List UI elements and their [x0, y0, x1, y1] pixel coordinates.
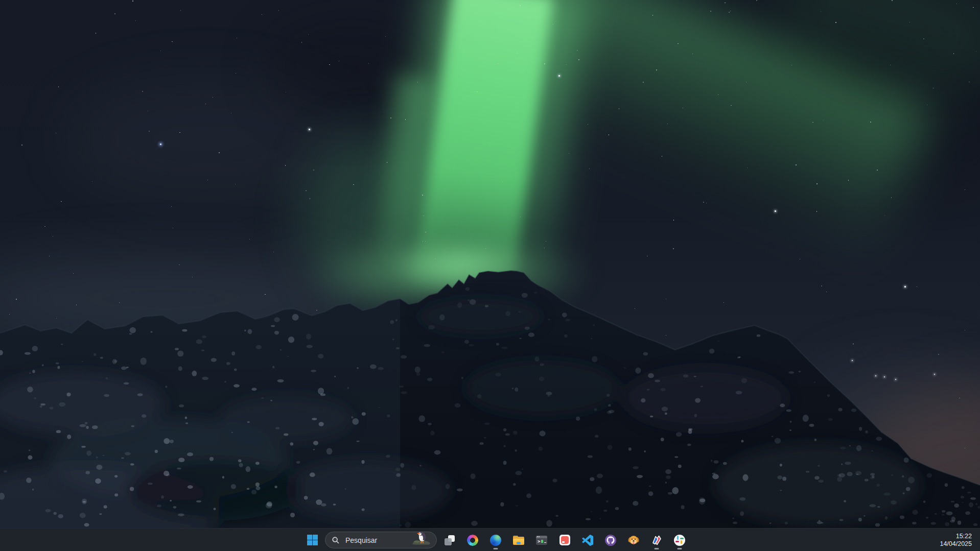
github-icon — [605, 535, 616, 546]
taskbar-app-slack[interactable] — [669, 530, 690, 550]
copilot-icon — [467, 535, 478, 546]
task-view-icon — [444, 535, 455, 546]
pinned-apps: > — [439, 530, 690, 550]
running-indicator — [494, 548, 498, 549]
search-box[interactable] — [325, 532, 437, 548]
taskbar-center-group: > — [302, 529, 690, 551]
search-icon — [332, 536, 340, 544]
clock-time: 15:22 — [956, 533, 972, 540]
taskbar-app-terminal[interactable]: > — [531, 530, 552, 550]
taskbar: > 15:22 14/04/2025 — [0, 528, 980, 551]
taskbar-app-vscode[interactable] — [577, 530, 598, 550]
taskbar-app-task-view[interactable] — [439, 530, 460, 550]
clock-date: 14/04/2025 — [940, 540, 972, 547]
blue-red-star-icon — [651, 535, 662, 546]
taskbar-clock[interactable]: 15:22 14/04/2025 — [940, 529, 972, 551]
taskbar-app-file-explorer[interactable] — [508, 530, 529, 550]
taskbar-app-edge[interactable] — [485, 530, 506, 550]
taskbar-app-star-app[interactable] — [646, 530, 667, 550]
taskbar-app-dog-app[interactable] — [623, 530, 644, 550]
vs-code-icon — [582, 535, 593, 546]
dog-face-icon — [628, 535, 639, 546]
desktop[interactable]: > 15:22 14/04/2025 — [0, 0, 980, 551]
mountain-silhouette — [0, 0, 980, 551]
start-button[interactable] — [302, 530, 322, 550]
red-square-icon — [559, 535, 570, 545]
running-indicator — [678, 548, 682, 549]
taskbar-app-copilot[interactable] — [462, 530, 483, 550]
taskbar-app-red-app[interactable] — [554, 530, 575, 550]
edge-icon — [490, 535, 501, 546]
search-input[interactable] — [344, 536, 413, 545]
puffin-image — [410, 532, 432, 547]
taskbar-app-github[interactable] — [600, 530, 621, 550]
windows-logo-icon — [307, 535, 318, 545]
running-indicator — [655, 548, 659, 549]
folder-icon — [513, 536, 524, 545]
terminal-icon: > — [536, 536, 547, 545]
slack-icon — [674, 535, 685, 546]
